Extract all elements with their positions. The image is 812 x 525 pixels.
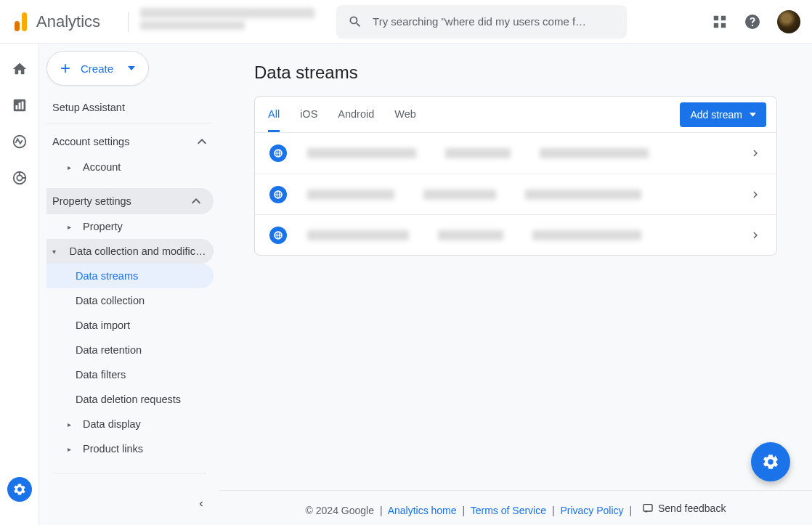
svg-rect-2 (714, 15, 718, 20)
account-label: Account (83, 161, 121, 173)
svg-rect-0 (22, 12, 27, 31)
streams-card: All iOS Android Web Add stream (254, 96, 777, 256)
explore-icon[interactable] (12, 134, 28, 150)
product-logo[interactable]: Analytics (12, 12, 100, 31)
help-icon[interactable] (744, 13, 761, 30)
collapsed-caret-icon: ▸ (62, 223, 76, 231)
add-stream-label: Add stream (690, 109, 742, 121)
data-display-label: Data display (83, 418, 141, 430)
user-avatar[interactable] (777, 10, 800, 33)
nav-data-collection[interactable]: Data collection (46, 288, 219, 313)
chevron-up-icon (192, 198, 200, 204)
svg-rect-10 (21, 102, 23, 110)
setup-assistant-link[interactable]: Setup Assistant (46, 86, 212, 124)
create-button[interactable]: + Create (46, 51, 149, 86)
reports-icon[interactable] (12, 97, 28, 113)
analytics-home-link[interactable]: Analytics home (388, 505, 457, 516)
feedback-label: Send feedback (658, 502, 726, 514)
product-name: Analytics (36, 12, 100, 31)
search-box[interactable] (336, 5, 627, 38)
svg-rect-14 (643, 505, 652, 511)
product-links-label: Product links (83, 443, 143, 455)
stream-list (255, 133, 776, 255)
chevron-right-icon (749, 229, 762, 242)
data-display-link[interactable]: ▸ Data display (46, 412, 219, 436)
account-settings-group[interactable]: Account settings (46, 129, 219, 155)
nav-data-streams[interactable]: Data streams (46, 264, 214, 288)
search-icon (348, 15, 362, 29)
admin-sidebar: + Create Setup Assistant Account setting… (39, 44, 219, 525)
add-stream-button[interactable]: Add stream (680, 102, 766, 127)
privacy-link[interactable]: Privacy Policy (560, 505, 623, 516)
account-settings-label: Account settings (52, 136, 129, 147)
chevron-right-icon (749, 188, 762, 201)
search-input[interactable] (373, 15, 615, 28)
send-feedback-link[interactable]: Send feedback (642, 502, 726, 514)
main-content: Data streams All iOS Android Web Add str… (219, 44, 812, 525)
admin-gear-button[interactable] (7, 477, 32, 502)
dropdown-caret-icon (128, 66, 135, 70)
app-header: Analytics (0, 0, 812, 44)
plus-icon: + (60, 58, 70, 78)
web-stream-icon (269, 145, 287, 162)
data-collection-mod-label: Data collection and modifica… (70, 245, 209, 257)
nav-rail (0, 44, 39, 525)
analytics-logo-icon (12, 12, 29, 31)
feedback-icon (642, 502, 654, 514)
property-settings-group[interactable]: Property settings (46, 188, 214, 214)
home-icon[interactable] (12, 61, 28, 77)
data-collection-mod-link[interactable]: ▾ Data collection and modifica… (46, 239, 214, 264)
expanded-caret-icon: ▾ (46, 248, 62, 256)
account-selector[interactable] (140, 8, 314, 36)
stream-row[interactable] (255, 174, 776, 214)
svg-rect-3 (721, 15, 726, 20)
svg-point-13 (17, 175, 22, 180)
property-link[interactable]: ▸ Property (46, 214, 219, 239)
collapsed-caret-icon: ▸ (62, 420, 76, 428)
create-label: Create (81, 62, 113, 75)
advertising-icon[interactable] (12, 170, 28, 186)
tab-web[interactable]: Web (394, 97, 416, 132)
nav-data-retention[interactable]: Data retention (46, 338, 219, 362)
tos-link[interactable]: Terms of Service (471, 505, 546, 516)
header-divider (128, 12, 129, 32)
product-links-link[interactable]: ▸ Product links (46, 436, 219, 461)
tab-ios[interactable]: iOS (300, 97, 317, 132)
nav-data-deletion[interactable]: Data deletion requests (46, 387, 219, 412)
page-title: Data streams (254, 44, 777, 96)
svg-rect-8 (15, 105, 17, 110)
stream-row[interactable] (255, 214, 776, 255)
svg-rect-1 (15, 21, 20, 31)
stream-row[interactable] (255, 133, 776, 174)
collapse-sidebar-button[interactable] (196, 499, 206, 509)
page-footer: © 2024 Google | Analytics home | Terms o… (219, 490, 812, 525)
web-stream-icon (269, 227, 287, 244)
account-link[interactable]: ▸ Account (46, 155, 219, 179)
chevron-up-icon (198, 139, 206, 145)
nav-data-import[interactable]: Data import (46, 313, 219, 338)
property-settings-label: Property settings (52, 195, 131, 207)
header-actions (712, 10, 800, 33)
apps-icon[interactable] (712, 14, 728, 30)
copyright-text: © 2024 Google (306, 505, 374, 516)
collapsed-caret-icon: ▸ (62, 445, 76, 453)
nav-data-filters[interactable]: Data filters (46, 362, 219, 387)
chevron-right-icon (749, 147, 762, 160)
svg-rect-5 (721, 23, 726, 27)
svg-rect-9 (18, 102, 20, 109)
dropdown-caret-icon (750, 113, 756, 117)
ai-assist-fab[interactable] (751, 442, 790, 481)
sidebar-divider (52, 473, 206, 473)
tab-all[interactable]: All (268, 97, 280, 132)
tabs-row: All iOS Android Web Add stream (255, 97, 776, 133)
web-stream-icon (269, 186, 287, 203)
property-label: Property (83, 221, 123, 232)
tab-android[interactable]: Android (338, 97, 374, 132)
svg-rect-4 (714, 23, 718, 27)
collapsed-caret-icon: ▸ (62, 163, 76, 171)
